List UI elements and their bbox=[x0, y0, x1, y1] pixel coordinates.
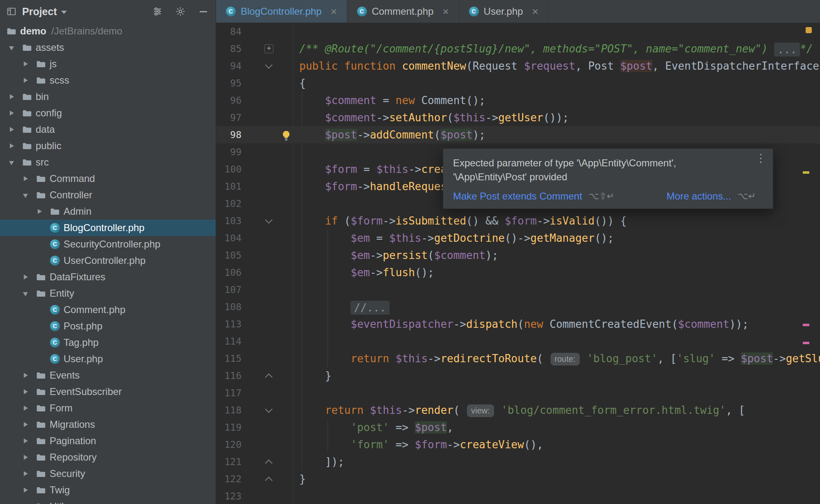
code-line-85[interactable]: 85/** @Route("/comment/{postSlug}/new", … bbox=[216, 40, 820, 57]
fold-end-icon[interactable] bbox=[263, 470, 274, 488]
tree-item-assets[interactable]: assets bbox=[0, 39, 216, 56]
tree-item-bin[interactable]: bin bbox=[0, 89, 216, 105]
project-panel-title[interactable]: Project bbox=[22, 6, 57, 18]
fold-end-icon[interactable] bbox=[263, 367, 274, 384]
chevron-right-icon[interactable] bbox=[36, 209, 50, 214]
code-line-96[interactable]: 96 $comment = new Comment(); bbox=[216, 92, 820, 109]
code-line-122[interactable]: 122} bbox=[216, 470, 820, 488]
tree-item-src[interactable]: src bbox=[0, 154, 216, 170]
chevron-right-icon[interactable] bbox=[8, 143, 22, 148]
tree-item-controller[interactable]: Controller bbox=[0, 187, 216, 203]
chevron-right-icon[interactable] bbox=[22, 389, 36, 394]
tree-item-scss[interactable]: scss bbox=[0, 72, 216, 89]
tree-item-usercontroller-php[interactable]: CUserController.php bbox=[0, 252, 216, 269]
fold-start-icon[interactable] bbox=[263, 212, 274, 229]
chevron-down-icon[interactable] bbox=[61, 11, 67, 14]
code-line-95[interactable]: 95{ bbox=[216, 75, 820, 92]
code-line-106[interactable]: 106 $em->flush(); bbox=[216, 264, 820, 281]
tree-item-blogcontroller-php[interactable]: CBlogController.php bbox=[0, 220, 216, 236]
tree-item-public[interactable]: public bbox=[0, 138, 216, 154]
code-line-114[interactable]: 114 bbox=[216, 333, 820, 350]
quickfix-link[interactable]: Make Post extends Comment bbox=[453, 191, 582, 202]
tree-item-post-php[interactable]: CPost.php bbox=[0, 318, 216, 334]
close-icon[interactable]: × bbox=[442, 6, 449, 17]
tree-item-securitycontroller-php[interactable]: CSecurityController.php bbox=[0, 236, 216, 252]
more-actions-link[interactable]: More actions... bbox=[667, 191, 731, 202]
problems-indicator[interactable] bbox=[806, 27, 812, 33]
stripe-mark-warning[interactable] bbox=[803, 171, 809, 174]
tree-item-twig[interactable]: Twig bbox=[0, 482, 216, 498]
tree-item-entity[interactable]: Entity bbox=[0, 285, 216, 302]
tree-item-user-php[interactable]: CUser.php bbox=[0, 351, 216, 367]
chevron-right-icon[interactable] bbox=[22, 78, 36, 83]
code-line-97[interactable]: 97 $comment->setAuthor($this->getUser())… bbox=[216, 109, 820, 126]
chevron-down-icon[interactable] bbox=[8, 160, 22, 165]
chevron-right-icon[interactable] bbox=[22, 275, 36, 279]
code-line-113[interactable]: 113 $eventDispatcher->dispatch(new Comme… bbox=[216, 316, 820, 333]
view-options-icon[interactable] bbox=[151, 5, 164, 18]
tree-item-utils[interactable]: Utils bbox=[0, 498, 216, 504]
chevron-right-icon[interactable] bbox=[22, 488, 36, 493]
chevron-right-icon[interactable] bbox=[22, 176, 36, 181]
code-line-115[interactable]: 115 return $this->redirectToRoute( route… bbox=[216, 350, 820, 367]
tree-item-admin[interactable]: Admin bbox=[0, 203, 216, 220]
chevron-right-icon[interactable] bbox=[8, 111, 22, 116]
code-line-104[interactable]: 104 $em = $this->getDoctrine()->getManag… bbox=[216, 229, 820, 247]
tab-comment-php[interactable]: CComment.php× bbox=[347, 0, 459, 23]
code-line-120[interactable]: 120 'form' => $form->createView(), bbox=[216, 436, 820, 453]
tree-item-data[interactable]: data bbox=[0, 121, 216, 138]
code-line-84[interactable]: 84 bbox=[216, 23, 820, 40]
code-line-119[interactable]: 119 'post' => $post, bbox=[216, 419, 820, 436]
fold-collapsed-icon[interactable] bbox=[263, 40, 274, 57]
stripe-mark-change[interactable] bbox=[803, 342, 809, 344]
tree-item-datafixtures[interactable]: DataFixtures bbox=[0, 269, 216, 285]
tree-item-repository[interactable]: Repository bbox=[0, 449, 216, 465]
tree-item-pagination[interactable]: Pagination bbox=[0, 433, 216, 449]
code-line-94[interactable]: 94public function commentNew(Request $re… bbox=[216, 57, 820, 75]
fold-start-icon[interactable] bbox=[263, 402, 274, 419]
tree-item-migrations[interactable]: Migrations bbox=[0, 416, 216, 433]
intention-bulb-icon[interactable] bbox=[280, 129, 292, 142]
code-line-121[interactable]: 121 ]); bbox=[216, 453, 820, 470]
code-line-103[interactable]: 103 if ($form->isSubmitted() && $form->i… bbox=[216, 212, 820, 229]
tree-item-form[interactable]: Form bbox=[0, 400, 216, 416]
code-line-116[interactable]: 116 } bbox=[216, 367, 820, 384]
tree-item-eventsubscriber[interactable]: EventSubscriber bbox=[0, 384, 216, 400]
kebab-menu-icon[interactable]: ⋮ bbox=[755, 153, 766, 164]
close-icon[interactable]: × bbox=[330, 6, 337, 17]
code-line-105[interactable]: 105 $em->persist($comment); bbox=[216, 247, 820, 264]
chevron-right-icon[interactable] bbox=[22, 438, 36, 443]
code-line-118[interactable]: 118 return $this->render( view: 'blog/co… bbox=[216, 402, 820, 419]
gear-icon[interactable] bbox=[174, 5, 187, 18]
code-line-117[interactable]: 117 bbox=[216, 384, 820, 402]
chevron-right-icon[interactable] bbox=[22, 422, 36, 427]
close-icon[interactable]: × bbox=[532, 6, 538, 17]
chevron-right-icon[interactable] bbox=[22, 61, 36, 66]
tab-blogcontroller-php[interactable]: CBlogController.php× bbox=[216, 0, 347, 23]
tree-item-js[interactable]: js bbox=[0, 56, 216, 72]
chevron-right-icon[interactable] bbox=[8, 127, 22, 132]
code-line-108[interactable]: 108 //... bbox=[216, 298, 820, 316]
tree-item-command[interactable]: Command bbox=[0, 170, 216, 187]
tree-item-tag-php[interactable]: CTag.php bbox=[0, 334, 216, 351]
chevron-right-icon[interactable] bbox=[22, 406, 36, 411]
chevron-down-icon[interactable] bbox=[22, 291, 36, 296]
fold-start-icon[interactable] bbox=[263, 57, 274, 75]
tree-item-security[interactable]: Security bbox=[0, 465, 216, 482]
chevron-right-icon[interactable] bbox=[22, 455, 36, 460]
fold-end-icon[interactable] bbox=[263, 453, 274, 470]
chevron-right-icon[interactable] bbox=[8, 94, 22, 99]
hide-panel-icon[interactable] bbox=[197, 5, 210, 18]
code-line-123[interactable]: 123 bbox=[216, 488, 820, 504]
chevron-down-icon[interactable] bbox=[22, 193, 36, 198]
code-line-107[interactable]: 107 bbox=[216, 281, 820, 298]
code-line-98[interactable]: 98 $post->addComment($post); bbox=[216, 126, 820, 143]
tree-item-config[interactable]: config bbox=[0, 105, 216, 121]
tree-item-events[interactable]: Events bbox=[0, 367, 216, 384]
chevron-down-icon[interactable] bbox=[8, 45, 22, 50]
chevron-right-icon[interactable] bbox=[22, 471, 36, 476]
tree-item-demo-root[interactable]: demo /JetBrains/demo bbox=[0, 23, 216, 39]
tree-item-comment-php[interactable]: CComment.php bbox=[0, 302, 216, 318]
chevron-right-icon[interactable] bbox=[22, 373, 36, 378]
stripe-mark-change[interactable] bbox=[803, 324, 809, 326]
